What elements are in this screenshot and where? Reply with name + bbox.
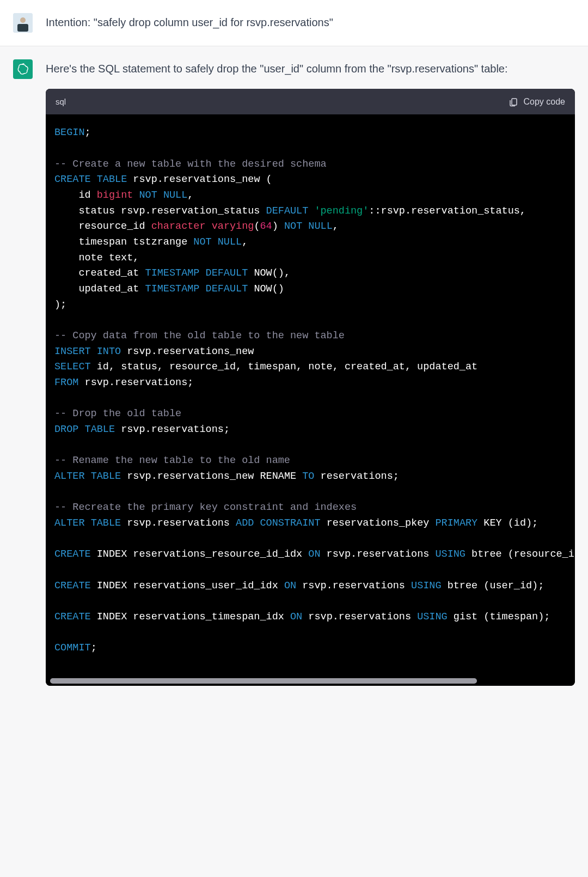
user-message-text: Intention: "safely drop column user_id f… [46, 13, 575, 33]
horizontal-scrollbar-thumb[interactable] [50, 678, 477, 684]
svg-point-1 [20, 17, 26, 23]
assistant-avatar [13, 59, 33, 79]
clipboard-icon [509, 97, 518, 107]
copy-code-button[interactable]: Copy code [509, 94, 566, 109]
assistant-intro-text: Here's the SQL statement to safely drop … [46, 59, 575, 78]
svg-rect-2 [17, 24, 28, 32]
code-language-label: sql [56, 95, 66, 109]
user-avatar-icon [13, 13, 33, 33]
svg-rect-3 [512, 99, 517, 105]
code-block: sql Copy code BEGIN; -- Create a new tab… [46, 89, 575, 686]
user-message-row: Intention: "safely drop column user_id f… [0, 0, 588, 46]
assistant-message-row: Here's the SQL statement to safely drop … [0, 46, 588, 699]
openai-logo-icon [17, 63, 29, 75]
code-content[interactable]: BEGIN; -- Create a new table with the de… [46, 114, 575, 678]
assistant-message-content: Here's the SQL statement to safely drop … [46, 59, 575, 686]
code-block-header: sql Copy code [46, 89, 575, 114]
horizontal-scrollbar[interactable] [46, 678, 575, 686]
copy-code-label: Copy code [524, 94, 566, 109]
user-avatar [13, 13, 33, 33]
